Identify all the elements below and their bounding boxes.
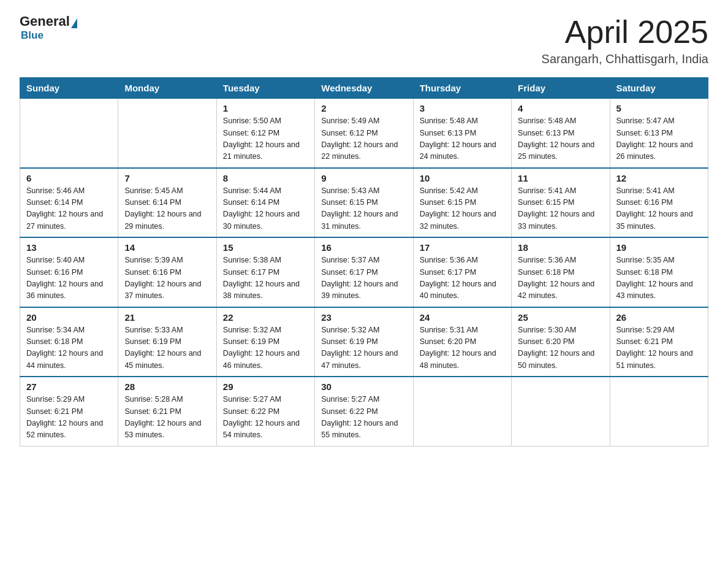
day-info: Sunrise: 5:44 AMSunset: 6:14 PMDaylight:… <box>223 185 308 233</box>
day-info: Sunrise: 5:27 AMSunset: 6:22 PMDaylight:… <box>223 394 308 442</box>
calendar-cell: 12Sunrise: 5:41 AMSunset: 6:16 PMDayligh… <box>610 168 708 238</box>
calendar-cell: 2Sunrise: 5:49 AMSunset: 6:12 PMDaylight… <box>315 99 413 168</box>
weekday-header-friday: Friday <box>512 78 610 99</box>
day-info: Sunrise: 5:45 AMSunset: 6:14 PMDaylight:… <box>124 185 210 233</box>
day-info: Sunrise: 5:29 AMSunset: 6:21 PMDaylight:… <box>616 324 702 372</box>
day-number: 19 <box>616 242 702 253</box>
calendar-cell: 5Sunrise: 5:47 AMSunset: 6:13 PMDaylight… <box>610 99 708 168</box>
calendar-cell: 1Sunrise: 5:50 AMSunset: 6:12 PMDaylight… <box>216 99 314 168</box>
calendar-week-3: 13Sunrise: 5:40 AMSunset: 6:16 PMDayligh… <box>20 237 708 307</box>
calendar-cell: 21Sunrise: 5:33 AMSunset: 6:19 PMDayligh… <box>118 307 216 377</box>
calendar-cell: 18Sunrise: 5:36 AMSunset: 6:18 PMDayligh… <box>512 237 610 307</box>
calendar-cell: 14Sunrise: 5:39 AMSunset: 6:16 PMDayligh… <box>118 237 216 307</box>
day-number: 6 <box>26 173 112 183</box>
calendar-week-1: 1Sunrise: 5:50 AMSunset: 6:12 PMDaylight… <box>20 99 708 168</box>
weekday-header-saturday: Saturday <box>610 78 708 99</box>
day-number: 12 <box>616 173 702 183</box>
calendar-cell: 23Sunrise: 5:32 AMSunset: 6:19 PMDayligh… <box>315 307 413 377</box>
calendar-cell: 9Sunrise: 5:43 AMSunset: 6:15 PMDaylight… <box>315 168 413 238</box>
weekday-header-monday: Monday <box>118 78 216 99</box>
calendar-cell <box>118 99 216 168</box>
day-number: 4 <box>518 103 603 113</box>
title-block: April 2025 Sarangarh, Chhattisgarh, Indi… <box>542 15 708 66</box>
calendar-cell: 19Sunrise: 5:35 AMSunset: 6:18 PMDayligh… <box>610 237 708 307</box>
weekday-header-sunday: Sunday <box>20 78 118 99</box>
calendar-cell <box>512 377 610 446</box>
calendar-cell <box>20 99 118 168</box>
day-number: 23 <box>321 312 406 323</box>
day-number: 3 <box>420 103 505 113</box>
day-number: 25 <box>518 312 603 323</box>
day-info: Sunrise: 5:27 AMSunset: 6:22 PMDaylight:… <box>321 394 406 442</box>
day-info: Sunrise: 5:34 AMSunset: 6:18 PMDaylight:… <box>26 324 112 372</box>
day-number: 26 <box>616 312 702 323</box>
day-info: Sunrise: 5:30 AMSunset: 6:20 PMDaylight:… <box>518 324 603 372</box>
day-info: Sunrise: 5:49 AMSunset: 6:12 PMDaylight:… <box>321 115 406 163</box>
day-info: Sunrise: 5:38 AMSunset: 6:17 PMDaylight:… <box>223 255 308 302</box>
day-info: Sunrise: 5:42 AMSunset: 6:15 PMDaylight:… <box>420 185 505 233</box>
logo-triangle-icon <box>71 18 77 28</box>
day-number: 16 <box>321 242 406 253</box>
weekday-row: SundayMondayTuesdayWednesdayThursdayFrid… <box>20 78 708 99</box>
calendar-cell: 27Sunrise: 5:29 AMSunset: 6:21 PMDayligh… <box>20 377 118 446</box>
calendar-cell <box>413 377 511 446</box>
day-number: 2 <box>321 103 406 113</box>
day-number: 29 <box>223 381 308 392</box>
day-info: Sunrise: 5:33 AMSunset: 6:19 PMDaylight:… <box>124 324 210 372</box>
day-number: 27 <box>26 381 112 392</box>
calendar-cell: 11Sunrise: 5:41 AMSunset: 6:15 PMDayligh… <box>512 168 610 238</box>
calendar-week-2: 6Sunrise: 5:46 AMSunset: 6:14 PMDaylight… <box>20 168 708 238</box>
day-number: 7 <box>124 173 210 183</box>
day-info: Sunrise: 5:48 AMSunset: 6:13 PMDaylight:… <box>518 115 603 163</box>
day-info: Sunrise: 5:32 AMSunset: 6:19 PMDaylight:… <box>223 324 308 372</box>
month-title: April 2025 <box>542 15 708 50</box>
calendar-week-5: 27Sunrise: 5:29 AMSunset: 6:21 PMDayligh… <box>20 377 708 446</box>
day-info: Sunrise: 5:31 AMSunset: 6:20 PMDaylight:… <box>420 324 505 372</box>
day-number: 28 <box>124 381 210 392</box>
calendar-cell: 6Sunrise: 5:46 AMSunset: 6:14 PMDaylight… <box>20 168 118 238</box>
day-number: 21 <box>124 312 210 323</box>
calendar-cell: 17Sunrise: 5:36 AMSunset: 6:17 PMDayligh… <box>413 237 511 307</box>
calendar-week-4: 20Sunrise: 5:34 AMSunset: 6:18 PMDayligh… <box>20 307 708 377</box>
day-number: 17 <box>420 242 505 253</box>
day-number: 8 <box>223 173 308 183</box>
day-info: Sunrise: 5:40 AMSunset: 6:16 PMDaylight:… <box>26 255 112 302</box>
calendar-cell: 4Sunrise: 5:48 AMSunset: 6:13 PMDaylight… <box>512 99 610 168</box>
day-number: 13 <box>26 242 112 253</box>
calendar-table: SundayMondayTuesdayWednesdayThursdayFrid… <box>20 77 708 446</box>
day-info: Sunrise: 5:43 AMSunset: 6:15 PMDaylight:… <box>321 185 406 233</box>
weekday-header-wednesday: Wednesday <box>315 78 413 99</box>
day-number: 14 <box>124 242 210 253</box>
day-info: Sunrise: 5:46 AMSunset: 6:14 PMDaylight:… <box>26 185 112 233</box>
logo-general-text: General <box>20 15 70 28</box>
day-number: 18 <box>518 242 603 253</box>
calendar-cell: 3Sunrise: 5:48 AMSunset: 6:13 PMDaylight… <box>413 99 511 168</box>
day-info: Sunrise: 5:32 AMSunset: 6:19 PMDaylight:… <box>321 324 406 372</box>
day-number: 24 <box>420 312 505 323</box>
day-info: Sunrise: 5:28 AMSunset: 6:21 PMDaylight:… <box>124 394 210 442</box>
day-info: Sunrise: 5:50 AMSunset: 6:12 PMDaylight:… <box>223 115 308 163</box>
location-text: Sarangarh, Chhattisgarh, India <box>542 52 708 66</box>
calendar-cell: 25Sunrise: 5:30 AMSunset: 6:20 PMDayligh… <box>512 307 610 377</box>
day-number: 5 <box>616 103 702 113</box>
day-info: Sunrise: 5:48 AMSunset: 6:13 PMDaylight:… <box>420 115 505 163</box>
day-info: Sunrise: 5:41 AMSunset: 6:16 PMDaylight:… <box>616 185 702 233</box>
day-number: 22 <box>223 312 308 323</box>
day-info: Sunrise: 5:36 AMSunset: 6:17 PMDaylight:… <box>420 255 505 302</box>
calendar-cell: 22Sunrise: 5:32 AMSunset: 6:19 PMDayligh… <box>216 307 314 377</box>
page-header: General Blue April 2025 Sarangarh, Chhat… <box>20 15 708 66</box>
calendar-cell: 24Sunrise: 5:31 AMSunset: 6:20 PMDayligh… <box>413 307 511 377</box>
logo-blue-text: Blue <box>21 29 44 42</box>
calendar-cell: 8Sunrise: 5:44 AMSunset: 6:14 PMDaylight… <box>216 168 314 238</box>
day-number: 20 <box>26 312 112 323</box>
weekday-header-tuesday: Tuesday <box>216 78 314 99</box>
calendar-cell: 20Sunrise: 5:34 AMSunset: 6:18 PMDayligh… <box>20 307 118 377</box>
calendar-body: 1Sunrise: 5:50 AMSunset: 6:12 PMDaylight… <box>20 99 708 446</box>
day-number: 15 <box>223 242 308 253</box>
day-number: 30 <box>321 381 406 392</box>
calendar-cell: 13Sunrise: 5:40 AMSunset: 6:16 PMDayligh… <box>20 237 118 307</box>
day-info: Sunrise: 5:35 AMSunset: 6:18 PMDaylight:… <box>616 255 702 302</box>
day-number: 1 <box>223 103 308 113</box>
weekday-header-thursday: Thursday <box>413 78 511 99</box>
calendar-cell: 29Sunrise: 5:27 AMSunset: 6:22 PMDayligh… <box>216 377 314 446</box>
